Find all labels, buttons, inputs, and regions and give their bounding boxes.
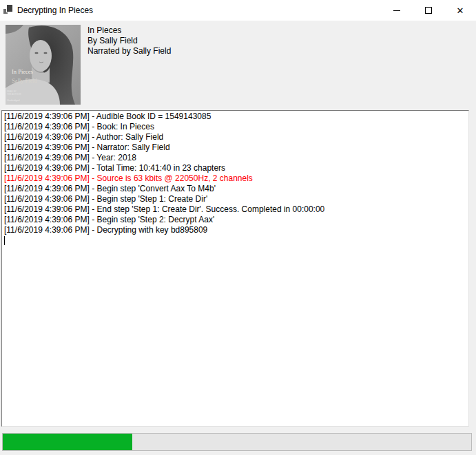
log-textbox[interactable]: [11/6/2019 4:39:06 PM] - Audible Book ID…	[1, 110, 469, 427]
maximize-icon	[425, 7, 432, 14]
text-caret	[4, 236, 5, 245]
close-button[interactable]: ✕	[444, 0, 476, 21]
cover-unabridged-text: Unabridged	[7, 99, 20, 102]
log-line: [11/6/2019 4:39:06 PM] - Book: In Pieces	[4, 122, 467, 132]
log-line: [11/6/2019 4:39:06 PM] - Source is 63 kb…	[4, 173, 467, 184]
progress-fill	[3, 434, 132, 450]
cover-title-text: In Pieces	[12, 68, 33, 75]
close-icon: ✕	[457, 6, 464, 15]
book-info: In Pieces By Sally Field Narrated by Sal…	[87, 25, 171, 56]
log-line: [11/6/2019 4:39:06 PM] - Decrypting with…	[4, 225, 467, 235]
app-icon	[3, 3, 14, 14]
cover-author-text: Sally Field	[12, 77, 38, 84]
book-title: In Pieces	[87, 25, 171, 36]
log-line: [11/6/2019 4:39:06 PM] - Begin step 'Ste…	[4, 194, 467, 204]
log-line: [11/6/2019 4:39:06 PM] - Narrator: Sally…	[4, 142, 467, 153]
log-line: [11/6/2019 4:39:06 PM] - Begin step 'Con…	[4, 184, 467, 194]
book-narrator: Narrated by Sally Field	[87, 46, 171, 56]
progress-bar	[2, 433, 472, 451]
window-title: Decrypting In Pieces	[17, 0, 93, 21]
minimize-button[interactable]	[381, 0, 413, 21]
maximize-button[interactable]	[413, 0, 444, 21]
log-line: [11/6/2019 4:39:06 PM] - Begin step 'Ste…	[4, 215, 467, 225]
cover-the-author-text: THE AUTHOR	[7, 93, 21, 96]
log-lines: [11/6/2019 4:39:06 PM] - Audible Book ID…	[4, 112, 467, 235]
log-line: [11/6/2019 4:39:06 PM] - End step 'Step …	[4, 204, 467, 215]
log-line: [11/6/2019 4:39:06 PM] - Audible Book ID…	[4, 112, 467, 122]
book-author: By Sally Field	[87, 36, 171, 46]
cover-art: In Pieces Sally Field READ BY THE AUTHOR…	[6, 25, 81, 105]
log-line: [11/6/2019 4:39:06 PM] - Author: Sally F…	[4, 132, 467, 142]
book-cover-image: In Pieces Sally Field READ BY THE AUTHOR…	[6, 25, 81, 105]
log-line: [11/6/2019 4:39:06 PM] - Total Time: 10:…	[4, 163, 467, 173]
window-controls: ✕	[381, 0, 476, 21]
app-icon-front-square	[6, 5, 12, 12]
log-line: [11/6/2019 4:39:06 PM] - Year: 2018	[4, 153, 467, 163]
title-bar: Decrypting In Pieces ✕	[0, 0, 476, 21]
minimize-icon	[393, 10, 400, 11]
